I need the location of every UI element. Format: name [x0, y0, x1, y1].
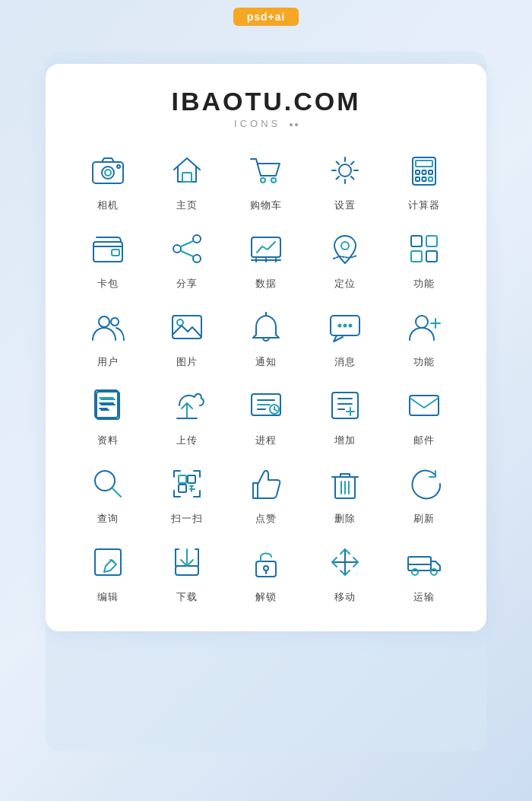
svg-rect-35: [173, 316, 201, 339]
icon-item-function2: 功能: [385, 304, 464, 369]
icons-grid: 相机 主页 购物车: [68, 148, 464, 604]
icon-item-function: 功能: [385, 226, 464, 291]
svg-point-36: [177, 319, 183, 326]
svg-rect-84: [176, 566, 198, 575]
svg-rect-73: [179, 485, 186, 492]
card-subtitle: ICONS: [68, 118, 464, 129]
svg-point-19: [193, 255, 201, 262]
icon-item-progress: 进程: [226, 383, 306, 447]
icon-item-user: 用户: [68, 304, 147, 369]
svg-rect-72: [188, 475, 195, 483]
icon-item-message: 消息: [306, 304, 385, 369]
svg-rect-17: [112, 250, 119, 256]
svg-point-7: [339, 164, 351, 176]
icon-item-location: 定位: [306, 226, 385, 291]
icon-item-edit: 编辑: [68, 539, 147, 604]
icon-item-wallet: 卡包: [68, 226, 147, 291]
icon-item-delete: 删除: [306, 461, 385, 526]
icon-item-mail: 邮件: [385, 383, 464, 447]
icon-item-image: 图片: [147, 304, 226, 369]
icon-item-calculator: 计算器: [385, 148, 464, 212]
icon-item-like: 点赞: [226, 461, 306, 526]
icon-item-download: 下载: [147, 539, 226, 604]
svg-point-6: [271, 178, 276, 183]
icon-item-cart: 购物车: [226, 148, 306, 212]
svg-line-70: [112, 488, 121, 497]
svg-point-41: [349, 324, 353, 328]
svg-rect-10: [416, 170, 420, 174]
icon-item-add: 增加: [306, 383, 385, 447]
svg-point-28: [341, 242, 349, 250]
icon-item-transport: 运输: [385, 539, 464, 604]
svg-point-34: [111, 318, 119, 326]
icon-item-refresh: 刷新: [385, 461, 464, 526]
svg-point-18: [193, 235, 201, 243]
svg-point-2: [105, 170, 111, 176]
icon-item-move: 移动: [306, 539, 385, 604]
top-badge: psd+ai: [233, 8, 299, 26]
icon-item-camera: 相机: [68, 148, 147, 212]
svg-point-5: [261, 178, 265, 183]
icon-item-scan: 扫一扫: [147, 461, 226, 526]
svg-point-1: [102, 167, 114, 179]
svg-point-39: [338, 324, 342, 328]
icon-item-search: 查询: [68, 461, 147, 526]
svg-rect-30: [426, 236, 437, 246]
svg-rect-15: [429, 177, 432, 181]
svg-point-33: [99, 316, 109, 327]
icon-item-home: 主页: [147, 148, 226, 212]
svg-rect-11: [423, 170, 426, 174]
svg-rect-32: [426, 251, 437, 262]
svg-rect-14: [423, 177, 426, 181]
icon-item-notify: 通知: [226, 304, 306, 369]
svg-point-40: [344, 324, 347, 328]
card-title: IBAOTU.COM: [68, 87, 464, 116]
svg-point-3: [117, 165, 120, 168]
icon-item-unlock: 解锁: [226, 539, 306, 604]
svg-rect-4: [182, 173, 192, 182]
icon-item-settings: 设置: [306, 148, 385, 212]
svg-rect-31: [411, 251, 422, 262]
svg-rect-29: [411, 236, 422, 246]
svg-rect-16: [93, 242, 122, 262]
svg-line-61: [274, 409, 277, 411]
icon-item-data: 数据: [226, 226, 306, 291]
svg-point-20: [173, 245, 181, 253]
svg-rect-71: [179, 475, 186, 483]
icon-item-share: 分享: [147, 226, 226, 291]
svg-rect-12: [429, 170, 432, 174]
svg-point-42: [416, 316, 428, 328]
icon-item-document: 资料: [68, 383, 147, 447]
svg-rect-23: [252, 237, 280, 257]
svg-line-22: [181, 251, 193, 256]
svg-line-21: [181, 241, 193, 246]
main-card: IBAOTU.COM ICONS 相机: [46, 64, 486, 631]
icon-item-upload: 上传: [147, 383, 226, 447]
svg-rect-62: [332, 393, 358, 418]
svg-rect-13: [416, 177, 420, 181]
svg-rect-9: [416, 161, 432, 167]
svg-rect-68: [410, 396, 439, 415]
